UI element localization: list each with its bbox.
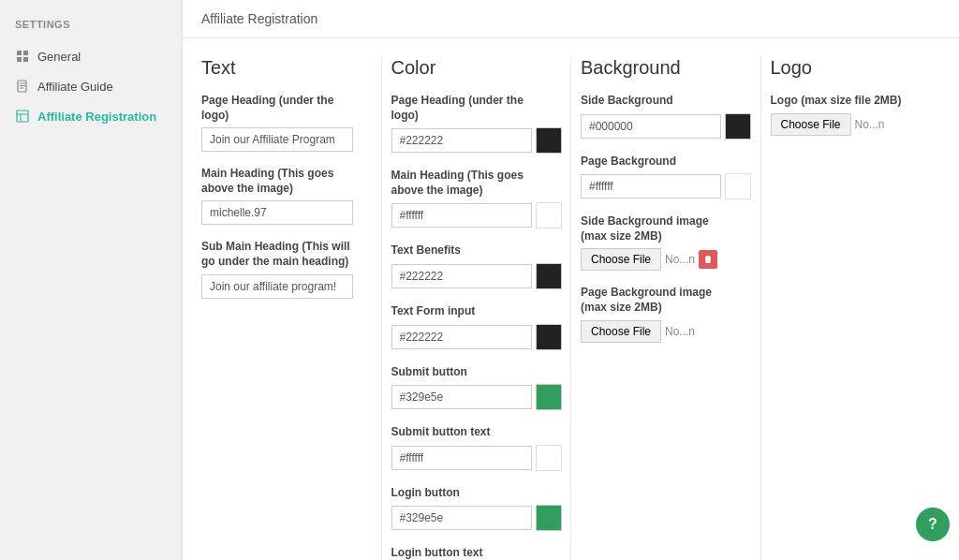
field-color-submit-button-row <box>391 384 543 410</box>
col-divider-1 <box>381 57 382 560</box>
field-sub-main-heading: Sub Main Heading (This will go under the… <box>201 240 353 298</box>
field-color-text-benefits: Text Benefits <box>391 243 543 289</box>
page-background-image-file-name: No...n <box>665 325 695 338</box>
field-color-login-button-text-label: Login button text <box>391 546 543 560</box>
svg-rect-0 <box>17 51 22 55</box>
page-title: Affiliate Registration <box>201 11 317 26</box>
field-color-text-benefits-label: Text Benefits <box>391 243 543 258</box>
side-background-image-delete-button[interactable] <box>699 250 717 269</box>
color-login-button-input[interactable] <box>391 506 532 530</box>
main-heading-input[interactable] <box>201 200 353 225</box>
color-submit-button-input[interactable] <box>391 385 532 409</box>
color-submit-button-text-swatch[interactable] <box>536 445 562 471</box>
field-color-login-button-row <box>391 505 543 531</box>
color-text-form-input-swatch[interactable] <box>536 324 562 350</box>
color-text-benefits-swatch[interactable] <box>536 263 562 289</box>
side-background-input[interactable] <box>581 114 721 139</box>
field-color-login-button-label: Login button <box>391 486 543 501</box>
logo-choose-file-button[interactable]: Choose File <box>771 113 851 136</box>
svg-rect-2 <box>17 57 22 62</box>
sidebar-item-general-label: General <box>37 50 81 64</box>
side-background-swatch[interactable] <box>725 113 751 140</box>
color-column-title: Color <box>391 57 543 79</box>
help-icon: ? <box>928 516 937 533</box>
field-color-submit-button-label: Submit button <box>391 365 543 380</box>
sidebar-item-affiliate-guide-label: Affiliate Guide <box>37 80 113 94</box>
field-side-background-row <box>581 113 732 140</box>
color-column: Color Page Heading (under the logo) Main… <box>391 57 562 560</box>
side-background-image-file-group: Choose File No...n <box>581 248 732 271</box>
text-column: Text Page Heading (under the logo) Main … <box>201 57 372 560</box>
field-side-background-image: Side Background image (max size 2MB) Cho… <box>581 214 732 271</box>
field-side-background-label: Side Background <box>581 94 732 109</box>
field-color-submit-button: Submit button <box>391 365 543 411</box>
page-heading-input[interactable] <box>201 127 353 152</box>
field-main-heading-label: Main Heading (This goes above the image) <box>201 167 353 196</box>
color-text-form-input-input[interactable] <box>391 325 532 349</box>
page-header: Affiliate Registration <box>183 0 959 38</box>
color-page-heading-input[interactable] <box>391 128 532 153</box>
page-background-swatch[interactable] <box>725 173 751 199</box>
field-color-login-button-text: Login button text <box>391 546 543 560</box>
svg-rect-8 <box>17 111 28 122</box>
color-login-button-swatch[interactable] <box>536 505 562 531</box>
field-page-background-image-label: Page Background image (max size 2MB) <box>581 286 732 315</box>
sidebar-item-affiliate-registration-label: Affiliate Registration <box>37 110 156 124</box>
field-color-text-benefits-row <box>391 263 543 289</box>
sidebar: SETTINGS General Affiliate Guide <box>0 0 183 560</box>
page-background-image-choose-file-button[interactable]: Choose File <box>581 320 661 343</box>
field-color-main-heading: Main Heading (This goes above the image) <box>391 169 543 228</box>
svg-rect-1 <box>23 51 28 55</box>
field-page-heading-label: Page Heading (under the logo) <box>201 94 353 123</box>
page-background-image-file-group: Choose File No...n <box>581 320 732 343</box>
field-page-background-label: Page Background <box>581 155 732 169</box>
text-column-title: Text <box>201 57 353 79</box>
content-area: Text Page Heading (under the logo) Main … <box>183 38 959 560</box>
field-color-main-heading-row <box>391 202 543 228</box>
field-color-main-heading-label: Main Heading (This goes above the image) <box>391 169 543 198</box>
field-color-login-button: Login button <box>391 486 543 532</box>
logo-file-name: No...n <box>855 118 885 131</box>
field-color-page-heading-row <box>391 127 543 154</box>
background-column-title: Background <box>581 57 732 79</box>
field-sub-main-heading-label: Sub Main Heading (This will go under the… <box>201 240 353 269</box>
color-submit-button-text-input[interactable] <box>391 446 532 470</box>
color-text-benefits-input[interactable] <box>391 264 532 288</box>
col-divider-3 <box>760 57 761 560</box>
col-divider-2 <box>570 57 571 560</box>
help-button[interactable]: ? <box>916 508 950 541</box>
background-column: Background Side Background Page Backgrou… <box>581 57 751 560</box>
field-side-background-image-label: Side Background image (max size 2MB) <box>581 214 732 243</box>
logo-file-group: Choose File No...n <box>771 113 922 136</box>
field-color-text-form-input: Text Form input <box>391 304 543 350</box>
field-color-text-form-input-label: Text Form input <box>391 304 543 319</box>
sidebar-item-affiliate-registration[interactable]: Affiliate Registration <box>0 101 182 131</box>
field-page-background-image: Page Background image (max size 2MB) Cho… <box>581 286 732 342</box>
sub-main-heading-input[interactable] <box>201 274 353 299</box>
field-color-page-heading: Page Heading (under the logo) <box>391 94 543 154</box>
field-color-submit-button-text-label: Submit button text <box>391 425 543 440</box>
field-logo-file: Logo (max size file 2MB) Choose File No.… <box>771 94 922 136</box>
field-color-page-heading-label: Page Heading (under the logo) <box>391 94 543 123</box>
color-main-heading-swatch[interactable] <box>536 202 562 228</box>
main-content: Affiliate Registration Text Page Heading… <box>183 0 959 560</box>
sidebar-item-affiliate-guide[interactable]: Affiliate Guide <box>0 71 182 101</box>
side-background-image-file-name: No...n <box>665 253 695 266</box>
field-page-background-row <box>581 173 732 199</box>
page-background-input[interactable] <box>581 174 721 199</box>
sidebar-title: SETTINGS <box>0 19 182 41</box>
table-icon <box>15 109 30 124</box>
color-page-heading-swatch[interactable] <box>536 127 562 154</box>
field-page-background: Page Background <box>581 155 732 200</box>
side-background-image-choose-file-button[interactable]: Choose File <box>581 248 661 271</box>
color-submit-button-swatch[interactable] <box>536 384 562 410</box>
sidebar-item-general[interactable]: General <box>0 41 182 71</box>
field-color-submit-button-text: Submit button text <box>391 425 543 471</box>
field-page-heading: Page Heading (under the logo) <box>201 94 353 152</box>
color-main-heading-input[interactable] <box>391 203 532 228</box>
grid-icon <box>15 49 30 64</box>
field-color-submit-button-text-row <box>391 445 543 471</box>
book-icon <box>15 79 30 94</box>
field-color-text-form-input-row <box>391 324 543 350</box>
svg-rect-3 <box>23 57 28 62</box>
